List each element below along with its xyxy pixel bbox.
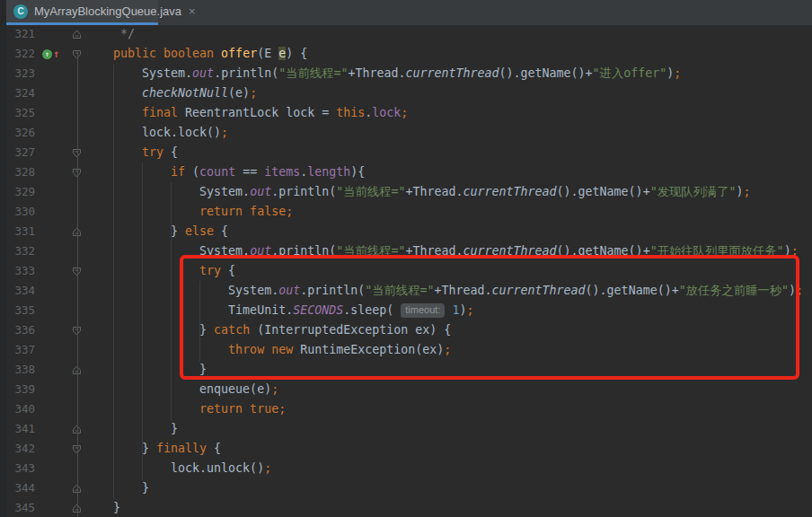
code-text: lock.lock(); bbox=[84, 123, 228, 143]
gutter-icons bbox=[40, 281, 69, 301]
gutter-icons bbox=[40, 202, 69, 222]
java-class-icon: C bbox=[13, 4, 28, 19]
code-line[interactable]: 324 checkNotNull(e); bbox=[0, 83, 812, 103]
gutter-icons bbox=[40, 459, 69, 478]
code-text: final ReentrantLock lock = this.lock; bbox=[84, 103, 408, 123]
fold-end-icon[interactable] bbox=[72, 30, 82, 39]
code-line[interactable]: 326 lock.lock(); bbox=[0, 123, 812, 143]
gutter-icons bbox=[40, 241, 69, 261]
code-text: */ bbox=[84, 24, 135, 44]
code-text: } finally { bbox=[84, 439, 221, 459]
fold-region-line bbox=[77, 52, 78, 517]
gutter-icons bbox=[40, 320, 69, 340]
gutter-icons bbox=[40, 301, 69, 320]
code-line[interactable]: 321 */ bbox=[0, 24, 812, 44]
code-text: try { bbox=[84, 143, 178, 162]
gutter-icons: ↑↑ bbox=[40, 44, 69, 64]
gutter-icons bbox=[40, 498, 69, 517]
annotation-rectangle bbox=[180, 255, 799, 380]
indent-guide bbox=[113, 64, 114, 498]
gutter-icons bbox=[40, 24, 69, 44]
code-text: } else { bbox=[84, 222, 228, 241]
code-line[interactable]: 330 return false; bbox=[0, 202, 812, 222]
gutter-icons bbox=[40, 182, 69, 202]
fold-column bbox=[69, 24, 84, 44]
code-editor[interactable]: 321 */322↑↑ public boolean offer(E e) {3… bbox=[0, 25, 812, 517]
code-text: return true; bbox=[84, 399, 286, 419]
gutter-icons bbox=[40, 64, 69, 83]
indent-guide bbox=[142, 162, 143, 480]
override-method-icon[interactable]: ↑ bbox=[42, 49, 52, 59]
code-line[interactable]: 341 } bbox=[0, 419, 812, 439]
gutter-icons bbox=[40, 360, 69, 380]
code-line[interactable]: 343 lock.unlock(); bbox=[0, 459, 812, 478]
tab-title: MyArrayBlockingQueue.java bbox=[34, 0, 181, 24]
indent-guide bbox=[171, 182, 172, 421]
tab-myarrayblockingqueue[interactable]: C MyArrayBlockingQueue.java × bbox=[6, 0, 158, 25]
gutter-icons bbox=[40, 103, 69, 123]
ide-window: C MyArrayBlockingQueue.java × 321 */322↑… bbox=[0, 0, 812, 517]
code-line[interactable]: 339 enqueue(e); bbox=[0, 380, 812, 399]
code-line[interactable]: 342 } finally { bbox=[0, 439, 812, 459]
gutter-icons bbox=[40, 143, 69, 162]
gutter-icons bbox=[40, 222, 69, 241]
tab-close-icon[interactable]: × bbox=[189, 0, 196, 24]
gutter-icons bbox=[40, 478, 69, 498]
gutter-icons bbox=[40, 380, 69, 399]
code-line[interactable]: 344 } bbox=[0, 478, 812, 498]
gutter-icons bbox=[40, 399, 69, 419]
gutter-icons bbox=[40, 261, 69, 281]
code-text: public boolean offer(E e) { bbox=[84, 44, 307, 64]
gutter-icons bbox=[40, 83, 69, 103]
gutter-icons bbox=[40, 439, 69, 459]
editor-tab-bar: C MyArrayBlockingQueue.java × bbox=[0, 0, 812, 25]
red-arrow-icon: ↑ bbox=[53, 44, 59, 64]
code-line[interactable]: 345 } bbox=[0, 498, 812, 517]
code-text: System.out.println("当前线程="+Thread.curren… bbox=[84, 64, 681, 83]
gutter-icons bbox=[40, 340, 69, 360]
code-text: if (count == items.length){ bbox=[84, 162, 365, 182]
gutter-icons bbox=[40, 162, 69, 182]
code-text: } bbox=[84, 498, 120, 517]
code-text: } bbox=[84, 419, 178, 439]
code-line[interactable]: 325 final ReentrantLock lock = this.lock… bbox=[0, 103, 812, 123]
code-text: return false; bbox=[84, 202, 293, 222]
code-line[interactable]: 327 try { bbox=[0, 143, 812, 162]
code-line[interactable]: 323 System.out.println("当前线程="+Thread.cu… bbox=[0, 64, 812, 83]
highlighted-identifier: e bbox=[278, 47, 286, 60]
code-text: checkNotNull(e); bbox=[84, 83, 257, 103]
code-text: System.out.println("当前线程="+Thread.curren… bbox=[84, 182, 750, 202]
code-line[interactable]: 331 } else { bbox=[0, 222, 812, 241]
code-line[interactable]: 340 return true; bbox=[0, 399, 812, 419]
gutter-icons bbox=[40, 123, 69, 143]
gutter-icons bbox=[40, 419, 69, 439]
code-line[interactable]: 329 System.out.println("当前线程="+Thread.cu… bbox=[0, 182, 812, 202]
code-line[interactable]: 328 if (count == items.length){ bbox=[0, 162, 812, 182]
left-splitter[interactable] bbox=[0, 0, 6, 517]
code-line[interactable]: 322↑↑ public boolean offer(E e) { bbox=[0, 44, 812, 64]
code-text: } bbox=[84, 478, 149, 498]
